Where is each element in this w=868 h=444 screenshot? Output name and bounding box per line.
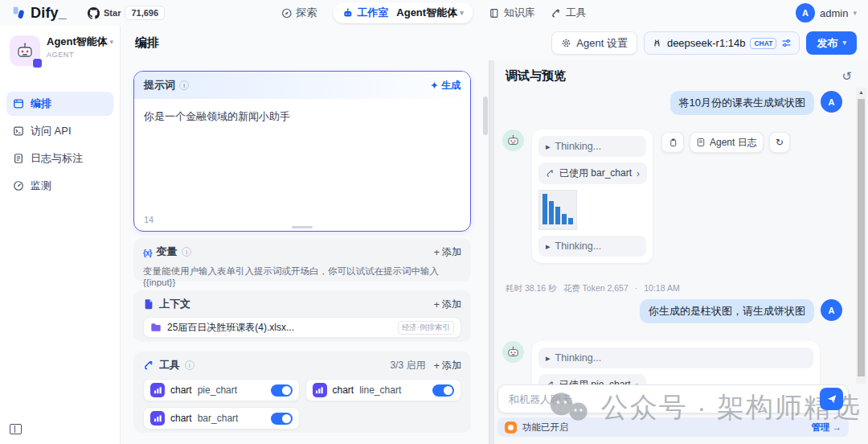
sidebar-item-logs[interactable]: 日志与标注 [6, 146, 113, 171]
token-cost: 花费 Token 2,657 [563, 283, 628, 294]
caret-right-icon [546, 240, 551, 252]
debug-title: 调试与预览 [506, 68, 566, 84]
sidebar-menu: 编排 访问 API 日志与标注 监测 [0, 92, 120, 198]
generate-button[interactable]: 生成 [431, 79, 461, 92]
nav-app-switcher[interactable]: Agent智能体 ▾ [396, 6, 463, 20]
thinking-toggle[interactable]: Thinking... [538, 347, 813, 368]
reset-chat-icon[interactable] [841, 69, 852, 84]
dify-wordmark: Dify_ [31, 5, 67, 22]
bar-chart-thumbnail[interactable] [538, 190, 577, 230]
github-star-label: Star [104, 8, 121, 18]
chart-tool-icon [150, 411, 165, 426]
chat-scrollbar[interactable]: ▲ [856, 88, 866, 384]
model-name: deepseek-r1:14b [667, 37, 746, 49]
variables-description: 变量能使用户输入表单引入提示词或开场白，你可以试试在提示词中输入 {{input… [143, 265, 461, 287]
variables-section: 变量 添加 变量能使用户输入表单引入提示词或开场白，你可以试试在提示词中输入 {… [133, 238, 471, 282]
nav-studio[interactable]: 工作室 [342, 6, 388, 20]
thinking-toggle[interactable]: Thinking... [538, 236, 646, 257]
plus-icon [433, 246, 440, 258]
sparkle-icon [431, 80, 438, 91]
nav-explore[interactable]: 探索 [281, 6, 317, 20]
tools-enabled-count: 3/3 启用 [390, 359, 425, 372]
features-bar[interactable]: 功能已开启 管理 [497, 417, 849, 437]
toggle-bar-chart[interactable] [271, 413, 293, 425]
chevron-down-icon: ▾ [109, 39, 113, 46]
bot-message: Thinking... 已使用 bar_chart Thinking... [502, 130, 653, 263]
info-icon[interactable] [185, 360, 194, 370]
tool-card-bar-chart[interactable]: chart bar_chart [143, 407, 300, 430]
separator: · [635, 283, 638, 294]
chevron-down-icon: ▾ [460, 10, 464, 17]
context-index-badge: 经济·倒排索引 [398, 321, 454, 335]
robot-icon [342, 8, 353, 18]
dify-logo[interactable]: Dify_ [11, 5, 67, 22]
compass-icon [281, 8, 292, 18]
scrollbar-thumb[interactable] [858, 99, 865, 376]
message-toolbar: Agent 日志 [661, 132, 790, 153]
avatar: A [821, 91, 842, 113]
user-message-bubble: 将10月份的课表生成斌状图 [670, 91, 814, 115]
regenerate-icon[interactable] [769, 132, 790, 153]
prompt-panel: 提示词 生成 你是一个金融领域的新闻小助手 14 [133, 71, 471, 232]
add-context-button[interactable]: 添加 [433, 298, 461, 311]
chart-tool-icon [313, 383, 327, 397]
gauge-icon [13, 180, 24, 191]
nav-tools[interactable]: 工具 [551, 6, 587, 20]
tools-title: 工具 [159, 358, 180, 372]
book-icon [489, 8, 500, 18]
panel-divider[interactable] [489, 60, 494, 444]
copy-button[interactable] [661, 132, 684, 153]
caret-right-icon [546, 141, 551, 152]
model-selector[interactable]: deepseek-r1:14b CHAT [644, 31, 800, 55]
github-icon [88, 7, 100, 19]
dify-logo-icon [11, 6, 26, 20]
timestamp: 10:18 AM [644, 283, 679, 294]
sidebar-item-monitoring[interactable]: 监测 [6, 174, 113, 198]
user-message: 将10月份的课表生成斌状图 A [670, 91, 842, 115]
terminal-icon [13, 125, 24, 137]
editor-scrollbar-thumb[interactable] [483, 97, 488, 135]
arrow-right-icon [833, 422, 842, 432]
context-file-row[interactable]: 25届百日决胜班课表(4).xlsx... 经济·倒排索引 [143, 317, 461, 338]
bot-message-card: Thinking... 已使用 bar_chart Thinking... [532, 130, 653, 263]
scrollbar-up-arrow[interactable]: ▲ [856, 89, 866, 95]
top-navigation: 探索 工作室 Agent智能体 ▾ 知识库 工具 [281, 0, 586, 26]
sidebar: Agent智能体 AGENT ▾ 编排 访问 API 日志与标注 监测 [0, 26, 121, 444]
tool-card-pie-chart[interactable]: chart pie_chart [143, 379, 300, 401]
manage-features-link[interactable]: 管理 [812, 421, 842, 434]
hammer-icon [551, 8, 562, 18]
agent-settings-button[interactable]: Agent 设置 [551, 31, 637, 55]
add-variable-button[interactable]: 添加 [433, 245, 461, 259]
toggle-line-chart[interactable] [432, 384, 454, 397]
agent-type-badge [32, 58, 43, 68]
app-title: Agent智能体 [47, 35, 108, 48]
features-label: 功能已开启 [522, 421, 569, 434]
send-button[interactable] [820, 388, 843, 410]
sidebar-item-orchestrate[interactable]: 编排 [6, 92, 113, 116]
main-header: 编排 Agent 设置 deepseek-r1:14b CHAT 发布 ▾ [121, 26, 868, 60]
resize-handle[interactable] [292, 226, 313, 228]
toggle-pie-chart[interactable] [271, 384, 293, 397]
tool-used-badge-bar-chart[interactable]: 已使用 bar_chart [538, 162, 647, 184]
publish-button[interactable]: 发布 ▾ [806, 31, 857, 55]
prompt-textarea[interactable]: 你是一个金融领域的新闻小助手 [134, 99, 470, 125]
sidebar-item-api[interactable]: 访问 API [6, 119, 113, 143]
add-tool-button[interactable]: 添加 [433, 359, 461, 372]
chevron-right-icon [637, 168, 640, 179]
app-subtitle: AGENT [47, 51, 108, 59]
agent-log-button[interactable]: Agent 日志 [690, 132, 764, 153]
page-title: 编排 [135, 35, 159, 51]
account-menu[interactable]: A admin ▾ [796, 0, 857, 26]
github-star-widget[interactable]: Star 71,696 [88, 6, 165, 20]
thinking-toggle[interactable]: Thinking... [538, 136, 646, 157]
tool-card-line-chart[interactable]: chart line_chart [305, 379, 462, 401]
info-icon[interactable] [179, 80, 189, 90]
collapse-sidebar-button[interactable] [10, 424, 22, 434]
info-icon[interactable] [182, 247, 191, 257]
orchestrate-editor: 提示词 生成 你是一个金融领域的新闻小助手 14 变量 添加 变量能使用户输入表… [121, 60, 482, 444]
nav-studio-pill: 工作室 Agent智能体 ▾ [333, 2, 473, 23]
nav-knowledge[interactable]: 知识库 [489, 6, 535, 20]
avatar: A [796, 3, 815, 23]
chat-input[interactable] [509, 393, 820, 405]
app-header[interactable]: Agent智能体 AGENT ▾ [0, 26, 120, 74]
